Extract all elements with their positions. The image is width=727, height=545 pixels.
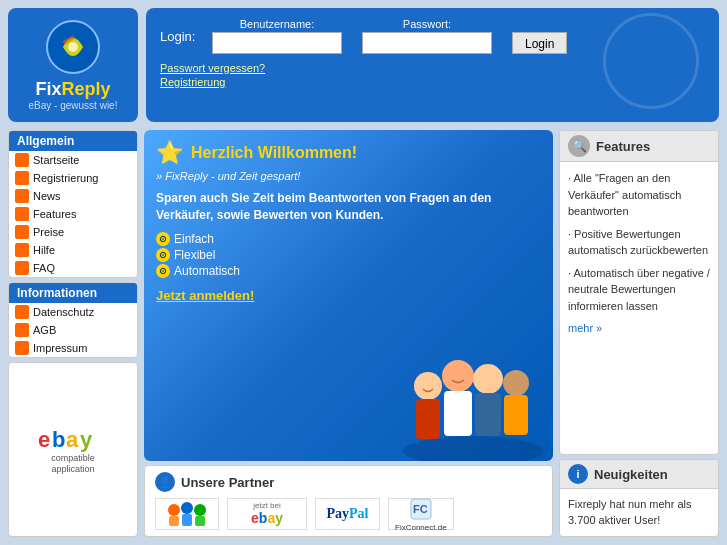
svg-point-6: [403, 436, 543, 461]
welcome-list-item-einfach: ⊙ Einfach: [156, 232, 541, 246]
ebay-logo-svg: e b a y: [38, 425, 108, 453]
sidebar-item-impressum[interactable]: Impressum: [9, 339, 137, 357]
welcome-title: ⭐ Herzlich Willkommen!: [156, 140, 541, 166]
svg-text:e: e: [38, 427, 50, 452]
password-input[interactable]: [362, 32, 492, 54]
sidebar-item-faq[interactable]: FAQ: [9, 259, 137, 277]
news-title: Neuigkeiten: [594, 467, 668, 482]
svg-point-15: [168, 504, 180, 516]
nav-informationen-header: Informationen: [9, 283, 137, 303]
svg-text:y: y: [80, 427, 93, 452]
welcome-list-item-automatisch: ⊙ Automatisch: [156, 264, 541, 278]
login-fields: Benutzername: Passwort: Login: [212, 18, 567, 54]
login-label: Login:: [160, 29, 202, 44]
ebay-compatible-box: e b a y compatibleapplication: [8, 362, 138, 537]
header: FixReply eBay - gewusst wie! Login: Benu…: [0, 0, 727, 130]
news-header: i Neuigkeiten: [560, 460, 718, 489]
circle-icon-automatisch: ⊙: [156, 264, 170, 278]
login-links: Passwort vergessen? Registrierung: [160, 62, 705, 88]
ebay-compat-logo: e b a y compatibleapplication: [38, 425, 108, 475]
nav-icon-datenschutz: [15, 305, 29, 319]
svg-rect-8: [416, 399, 440, 439]
features-box: 🔍 Features · Alle "Fragen an den Verkäuf…: [559, 130, 719, 455]
forgot-password-link[interactable]: Passwort vergessen?: [160, 62, 705, 74]
news-box: i Neuigkeiten Fixreply hat nun mehr als …: [559, 459, 719, 537]
nav-icon-features: [15, 207, 29, 221]
sidebar-item-datenschutz[interactable]: Datenschutz: [9, 303, 137, 321]
svg-point-7: [414, 372, 442, 400]
fixconnect-label: FC FixConnect.de: [395, 497, 447, 532]
features-item-2: · Positive Bewertungen automatisch zurüc…: [568, 226, 710, 259]
features-search-icon: 🔍: [568, 135, 590, 157]
partners-box: 👤 Unsere Partner jetzt: [144, 465, 553, 537]
login-button[interactable]: Login: [512, 32, 567, 54]
sidebar-item-agb[interactable]: AGB: [9, 321, 137, 339]
welcome-subtitle: » FixReply - und Zeit gespart!: [156, 170, 541, 182]
sidebar-item-registrierung[interactable]: Registrierung: [9, 169, 137, 187]
nav-icon-faq: [15, 261, 29, 275]
features-item-1: · Alle "Fragen an den Verkäufer" automat…: [568, 170, 710, 220]
nav-allgemein: Allgemein Startseite Registrierung News …: [8, 130, 138, 278]
circle-icon-einfach: ⊙: [156, 232, 170, 246]
svg-point-9: [442, 360, 474, 392]
partner-logo-1: [155, 498, 219, 530]
sidebar-item-hilfe[interactable]: Hilfe: [9, 241, 137, 259]
sidebar-item-startseite[interactable]: Startseite: [9, 151, 137, 169]
welcome-list: ⊙ Einfach ⊙ Flexibel ⊙ Automatisch: [156, 232, 541, 278]
partner-logo-4: FC FixConnect.de: [388, 498, 454, 530]
mehr-link[interactable]: mehr »: [568, 322, 602, 334]
svg-rect-12: [475, 393, 501, 436]
username-group: Benutzername:: [212, 18, 342, 54]
features-body: · Alle "Fragen an den Verkäufer" automat…: [560, 162, 718, 345]
nav-icon-agb: [15, 323, 29, 337]
logo-icon: [45, 19, 101, 75]
nav-icon-impressum: [15, 341, 29, 355]
welcome-box: ⭐ Herzlich Willkommen! » FixReply - und …: [144, 130, 553, 461]
svg-point-17: [194, 504, 206, 516]
partners-header: 👤 Unsere Partner: [155, 472, 542, 492]
register-link[interactable]: Registrierung: [160, 76, 705, 88]
login-box: Login: Benutzername: Passwort: Login Pas…: [146, 8, 719, 122]
features-title: Features: [596, 139, 650, 154]
people-illustration: [398, 331, 548, 461]
news-body: Fixreply hat nun mehr als 3.700 aktiver …: [560, 489, 718, 536]
logo-subtitle: eBay - gewusst wie!: [29, 100, 118, 111]
partners-logos: jetzt bei ebay PayPal FC: [155, 498, 542, 530]
sidebar-item-features[interactable]: Features: [9, 205, 137, 223]
welcome-cta-link[interactable]: Jetzt anmelden!: [156, 288, 254, 303]
nav-informationen: Informationen Datenschutz AGB Impressum: [8, 282, 138, 358]
star-icon: ⭐: [156, 140, 183, 166]
news-info-icon: i: [568, 464, 588, 484]
sidebar-item-preise[interactable]: Preise: [9, 223, 137, 241]
svg-text:a: a: [66, 427, 79, 452]
circle-icon-flexibel: ⊙: [156, 248, 170, 262]
nav-icon-hilfe: [15, 243, 29, 257]
sidebar-item-news[interactable]: News: [9, 187, 137, 205]
svg-rect-10: [444, 391, 472, 436]
password-group: Passwort:: [362, 18, 492, 54]
sidebar: Allgemein Startseite Registrierung News …: [8, 130, 138, 537]
main-content: Allgemein Startseite Registrierung News …: [0, 130, 727, 545]
nav-icon-preise: [15, 225, 29, 239]
logo-box: FixReply eBay - gewusst wie!: [8, 8, 138, 122]
ebay-compat-text: compatibleapplication: [51, 453, 95, 475]
svg-point-11: [473, 364, 503, 394]
features-header: 🔍 Features: [560, 131, 718, 162]
svg-point-13: [503, 370, 529, 396]
partners-icon: 👤: [155, 472, 175, 492]
login-row: Login: Benutzername: Passwort: Login: [160, 18, 705, 54]
right-panel: 🔍 Features · Alle "Fragen an den Verkäuf…: [559, 130, 719, 537]
nav-allgemein-header: Allgemein: [9, 131, 137, 151]
svg-text:b: b: [52, 427, 65, 452]
nav-icon-startseite: [15, 153, 29, 167]
partner-svg-1: [162, 500, 212, 528]
username-input[interactable]: [212, 32, 342, 54]
fixconnect-icon: FC: [409, 497, 433, 521]
partner-logo-2: jetzt bei ebay: [227, 498, 307, 530]
nav-icon-registrierung: [15, 171, 29, 185]
svg-point-1: [68, 42, 78, 52]
partner-logo-3: PayPal: [315, 498, 380, 530]
svg-rect-14: [504, 395, 528, 435]
nav-icon-news: [15, 189, 29, 203]
logo-title: FixReply: [35, 79, 110, 101]
